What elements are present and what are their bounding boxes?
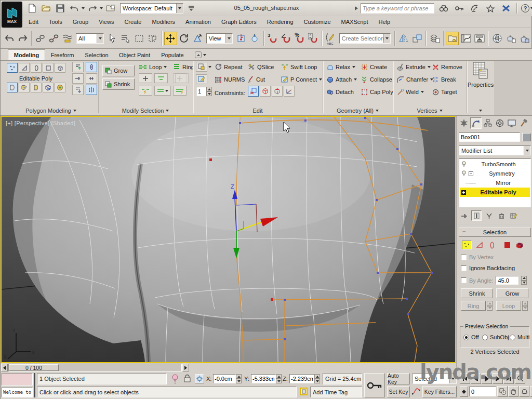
hierarchy-tab-icon[interactable] bbox=[482, 117, 494, 129]
remove-modifier-icon[interactable] bbox=[496, 210, 507, 221]
loop-shrink-icon[interactable] bbox=[154, 73, 168, 83]
by-angle-checkbox[interactable]: By Angle: bbox=[461, 276, 527, 285]
unlink-selection-icon[interactable] bbox=[47, 32, 60, 45]
mirror-icon[interactable] bbox=[397, 32, 410, 45]
tab-modeling[interactable]: Modeling bbox=[8, 49, 45, 60]
constraint-face-icon[interactable] bbox=[272, 86, 283, 97]
search-arrow-icon[interactable] bbox=[355, 6, 358, 10]
nurms-button[interactable]: NURMS bbox=[215, 74, 245, 85]
display-tab-icon[interactable] bbox=[506, 117, 517, 129]
absolute-mode-icon[interactable] bbox=[195, 374, 204, 383]
object-name-input[interactable] bbox=[461, 134, 518, 140]
menu-modifiers[interactable]: Modifiers bbox=[147, 16, 180, 28]
poly-tool-4-icon[interactable] bbox=[43, 83, 54, 92]
loop-selection-button[interactable]: Loop bbox=[496, 301, 521, 311]
constraint-edge-icon[interactable] bbox=[260, 86, 271, 97]
utilities-tab-icon[interactable] bbox=[518, 117, 529, 129]
preserve-uvs-icon[interactable] bbox=[196, 62, 207, 72]
attach-button[interactable]: Attach bbox=[327, 74, 357, 85]
select-and-rotate-icon[interactable] bbox=[178, 32, 191, 45]
help-button[interactable]: ? bbox=[521, 4, 532, 12]
listener-splitter[interactable] bbox=[34, 373, 35, 397]
select-and-scale-icon[interactable] bbox=[191, 32, 204, 45]
cut-button[interactable]: Cut bbox=[248, 74, 265, 85]
grow-button[interactable]: Grow bbox=[102, 65, 135, 76]
menu-edit[interactable]: Edit bbox=[23, 16, 44, 28]
shrink-button[interactable]: Shrink bbox=[102, 78, 135, 90]
vertices-panel-label[interactable]: Vertices bbox=[394, 107, 466, 115]
named-selection-sets[interactable]: Create Selection Se bbox=[339, 33, 391, 44]
add-time-tag[interactable]: Add Time Tag bbox=[310, 387, 362, 397]
ring-selection-button[interactable]: Ring bbox=[461, 301, 486, 311]
constraint-none-icon[interactable] bbox=[248, 86, 259, 97]
time-slider-handle[interactable]: 0 / 100 bbox=[9, 364, 59, 371]
search-input[interactable] bbox=[363, 5, 432, 11]
spinner-snap-toggle-icon[interactable] bbox=[307, 32, 320, 45]
dot-loop-options-icon[interactable] bbox=[154, 86, 171, 96]
default-in-out-tangent-icon[interactable] bbox=[412, 387, 420, 396]
percent-snap-toggle-icon[interactable]: % bbox=[293, 32, 306, 45]
poly-tool-5-icon[interactable] bbox=[55, 83, 65, 92]
menu-maxscript[interactable]: MAXScript bbox=[336, 16, 374, 28]
selection-filter[interactable]: All bbox=[76, 33, 104, 44]
chamfer-button[interactable]: Chamfer bbox=[397, 74, 433, 85]
set-keys-button[interactable] bbox=[364, 373, 385, 397]
search-box[interactable] bbox=[361, 3, 434, 14]
properties-panel-caret[interactable] bbox=[468, 107, 494, 115]
tab-freeform[interactable]: Freeform bbox=[45, 49, 79, 60]
menu-help[interactable]: Help bbox=[374, 16, 396, 28]
z-coordinate-field[interactable] bbox=[289, 374, 314, 383]
redo-scene-icon[interactable] bbox=[16, 32, 29, 45]
element-subobject-icon[interactable] bbox=[515, 241, 525, 249]
x-coordinate-field[interactable] bbox=[213, 374, 236, 383]
stack-item-symmetry[interactable]: Symmetry bbox=[460, 169, 530, 178]
vertex-mode-icon[interactable] bbox=[7, 63, 18, 73]
poly-tool-1-icon[interactable] bbox=[7, 83, 18, 92]
toggle-symmetry-icon[interactable] bbox=[86, 85, 97, 95]
maximize-viewport-icon[interactable] bbox=[530, 386, 532, 397]
border-mode-icon[interactable] bbox=[31, 63, 42, 73]
stack-item-mirror[interactable]: Mirror bbox=[460, 178, 530, 188]
toggle-constraints-icon[interactable] bbox=[86, 73, 97, 84]
repeat-button[interactable]: Repeat bbox=[215, 62, 242, 72]
key-filters-button[interactable]: Key Filters... bbox=[422, 386, 457, 397]
set-key-button[interactable]: Set Key bbox=[387, 386, 410, 397]
orbit-icon[interactable] bbox=[519, 386, 529, 397]
time-tag-icon[interactable] bbox=[300, 388, 308, 395]
properties-icon[interactable] bbox=[473, 62, 488, 81]
use-pivot-point-icon[interactable] bbox=[235, 32, 248, 45]
element-mode-icon[interactable] bbox=[55, 63, 65, 73]
grow-selection-button[interactable]: Grow bbox=[496, 288, 528, 298]
break-button[interactable]: Break bbox=[432, 74, 456, 85]
menu-views[interactable]: Views bbox=[94, 16, 119, 28]
auto-key-button[interactable]: Auto Key bbox=[387, 373, 410, 384]
reference-coordinate-system[interactable]: View bbox=[206, 33, 233, 44]
visibility-bulb-icon[interactable] bbox=[461, 170, 467, 177]
edit-named-selection-sets-icon[interactable]: ABC bbox=[324, 32, 337, 45]
snaps-toggle-icon[interactable]: 3 bbox=[266, 32, 279, 45]
swift-loop-button[interactable]: Swift Loop bbox=[281, 62, 317, 72]
max-app-button[interactable]: MAX bbox=[2, 2, 22, 28]
isolate-selection-icon[interactable] bbox=[171, 374, 179, 385]
polygon-subobject-icon[interactable] bbox=[502, 241, 512, 249]
mini-listener-macro-pane[interactable] bbox=[2, 373, 33, 385]
border-subobject-icon[interactable] bbox=[487, 241, 497, 249]
pin-stack-icon[interactable] bbox=[459, 210, 469, 221]
polygon-mode-icon[interactable] bbox=[43, 63, 54, 73]
ignore-backfacing-checkbox[interactable]: Ignore Backfacing bbox=[461, 265, 515, 271]
tweak-icon[interactable] bbox=[196, 74, 207, 84]
collapse-stack-up-icon[interactable] bbox=[72, 62, 84, 72]
stack-item-turbosmooth[interactable]: TurboSmooth bbox=[460, 159, 530, 169]
angle-snap-toggle-icon[interactable] bbox=[280, 32, 292, 45]
menu-rendering[interactable]: Rendering bbox=[262, 16, 299, 28]
undo-scene-icon[interactable] bbox=[3, 32, 16, 45]
detach-button[interactable]: Detach bbox=[327, 87, 354, 97]
bind-to-space-warp-icon[interactable] bbox=[61, 32, 74, 45]
qslice-button[interactable]: QSlice bbox=[248, 62, 274, 72]
x-spinner[interactable] bbox=[236, 374, 242, 383]
target-weld-button[interactable]: Target bbox=[432, 87, 457, 97]
object-name-field[interactable] bbox=[459, 132, 520, 142]
collapse-button[interactable]: Collapse bbox=[361, 74, 392, 85]
remove-button[interactable]: Remove bbox=[432, 62, 462, 72]
menu-customize[interactable]: Customize bbox=[299, 16, 336, 28]
